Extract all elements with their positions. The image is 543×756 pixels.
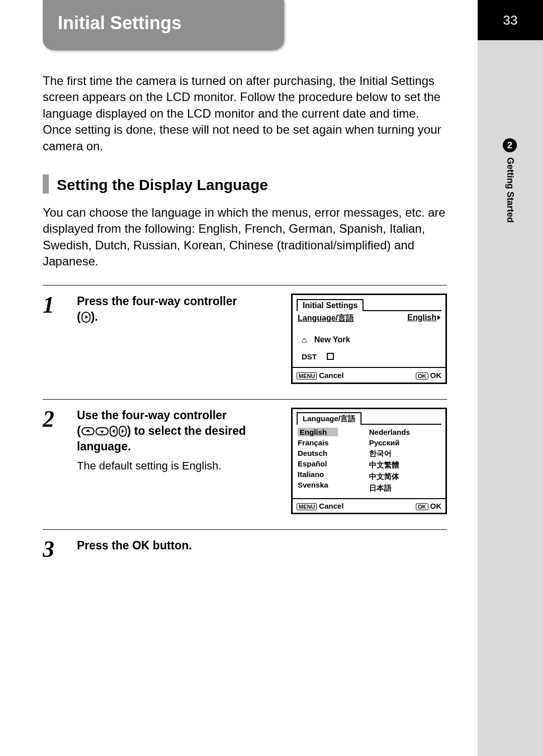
language-option: Français (298, 437, 369, 448)
chapter-number: 2 (503, 138, 517, 152)
lcd-screen-language-list: Language/言語 English Français Deutsch Esp… (291, 408, 447, 514)
left-controller-icon (110, 426, 118, 437)
step-number: 1 (43, 294, 65, 384)
step-1-instruction: Press the four-way controller (). (77, 294, 281, 325)
language-option: Español (298, 458, 369, 469)
section-bar-icon (43, 174, 49, 194)
screen1-language-label: Language/言語 (298, 313, 354, 324)
language-option: Nederlands (369, 427, 440, 437)
screen1-city: New York (314, 335, 350, 344)
chapter-title: Getting Started (505, 157, 515, 223)
step-2-subtext: The default setting is English. (77, 459, 281, 472)
step-3: 3 Press the OK button. (43, 529, 447, 576)
lcd-screen-initial-settings: Initial Settings Language/言語 English ⌂ N… (291, 294, 447, 384)
screen1-dst-label: DST (302, 352, 317, 361)
right-controller-icon (119, 426, 127, 437)
section-header: Setting the Display Language (43, 174, 450, 194)
right-arrow-icon (437, 315, 440, 320)
step-2: 2 Use the four-way controller () to sele… (43, 399, 447, 529)
screen1-title: Initial Settings (297, 299, 364, 311)
menu-badge-icon: MENU (297, 503, 317, 510)
step-number: 3 (43, 538, 65, 561)
section-text: You can choose the language in which the… (43, 205, 450, 270)
down-controller-icon (96, 427, 109, 435)
page-title: Initial Settings (43, 0, 284, 50)
language-option: Italiano (298, 469, 369, 480)
right-controller-icon (81, 312, 90, 323)
up-controller-icon (81, 427, 95, 435)
ok-button-label: OK (132, 539, 150, 552)
language-option: Deutsch (298, 448, 369, 458)
step-3-instruction: Press the OK button. (77, 538, 447, 553)
step-1: 1 Press the four-way controller (). Init… (43, 285, 447, 399)
ok-badge-icon: OK (416, 503, 428, 510)
language-option: 中文简体 (369, 471, 440, 483)
dst-checkbox-icon (327, 353, 334, 360)
page-number: 33 (478, 0, 543, 40)
screen2-ok: OK (430, 502, 442, 510)
step-2-instruction: Use the four-way controller () to select… (77, 408, 281, 454)
menu-badge-icon: MENU (297, 372, 317, 380)
screen1-cancel: Cancel (319, 371, 343, 380)
screen2-title: Language/言語 (297, 412, 361, 425)
language-option-selected: English (298, 428, 338, 436)
section-title: Setting the Display Language (57, 176, 268, 194)
screen1-language-value: English (407, 313, 436, 322)
intro-paragraph: The first time the camera is turned on a… (43, 73, 450, 154)
home-icon: ⌂ (302, 335, 307, 345)
language-option: Svenska (298, 480, 369, 490)
language-option: 日本語 (369, 483, 440, 494)
screen1-ok: OK (430, 371, 442, 380)
screen2-cancel: Cancel (319, 502, 343, 510)
language-option: 한국어 (369, 448, 440, 459)
ok-badge-icon: OK (416, 372, 428, 380)
side-thumb-index (478, 0, 543, 756)
chapter-tab: 2 Getting Started (503, 138, 517, 223)
step-number: 2 (43, 408, 65, 514)
language-option: Русский (369, 437, 440, 448)
language-option: 中文繁體 (369, 459, 440, 471)
